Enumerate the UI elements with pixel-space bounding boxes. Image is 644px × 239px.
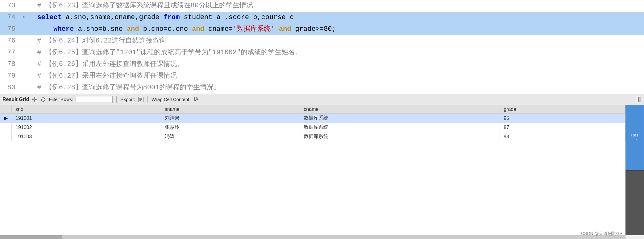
- cell-cname: 数据库系统: [300, 114, 500, 123]
- cell-cname: 数据库系统: [300, 123, 500, 132]
- line-bullet: •: [22, 12, 28, 23]
- code-line-73: 73 # 【例6.23】查询选修了数据库系统课程且成绩在80分以上的学生情况。: [0, 0, 644, 12]
- sql-normal: grade>=80;: [291, 25, 336, 33]
- line-content: select a.sno,sname,cname,grade from stud…: [28, 12, 644, 23]
- sql-keyword: from: [164, 14, 180, 21]
- scrollbar-thumb[interactable]: [0, 235, 62, 239]
- result-toolbar: Result Grid Filter Rows: Export:: [0, 94, 644, 105]
- table-row[interactable]: ▶191001刘清泉数据库系统95: [0, 114, 625, 123]
- code-line-74: 74• select a.sno,sname,cname,grade from …: [0, 12, 644, 23]
- result-grid-label: Result Grid: [2, 97, 29, 102]
- comment-text: # 【例6.24】对例6.22进行自然连接查询。: [29, 37, 173, 45]
- code-line-78: 78 # 【例6.26】采用左外连接查询教师任课情况。: [0, 59, 644, 70]
- line-content: # 【例6.26】采用左外连接查询教师任课情况。: [28, 59, 644, 70]
- comment-text: # 【例6.23】查询选修了数据库系统课程且成绩在80分以上的学生情况。: [29, 2, 260, 10]
- svg-rect-1: [35, 97, 37, 99]
- sql-normal: [29, 25, 53, 33]
- line-content: # 【例6.28】查询选修了课程号为8001的课程的学生情况。: [28, 82, 644, 94]
- sql-keyword: where: [53, 25, 74, 33]
- code-line-79: 79 # 【例6.27】采用右外连接查询教师任课情况。: [0, 70, 644, 82]
- line-content: # 【例6.23】查询选修了数据库系统课程且成绩在80分以上的学生情况。: [28, 0, 644, 12]
- sql-and-keyword: and: [279, 25, 291, 33]
- line-number: 77: [0, 47, 22, 59]
- svg-rect-2: [32, 100, 34, 102]
- sql-normal: [275, 25, 279, 33]
- line-content: # 【例6.24】对例6.22进行自然连接查询。: [28, 35, 644, 47]
- toolbar-separator-2: [147, 96, 148, 103]
- cell-sname: 冯涛: [161, 132, 300, 141]
- cell-sno: 191002: [12, 123, 161, 132]
- export-icon[interactable]: [138, 96, 144, 103]
- cell-grade: 93: [500, 132, 625, 141]
- export-label: Export:: [120, 97, 135, 102]
- line-number: 75: [0, 23, 22, 35]
- cell-sname: 张慧玲: [161, 123, 300, 132]
- cell-sname: 刘清泉: [161, 114, 300, 123]
- column-header-sno: sno: [12, 105, 161, 114]
- column-header-grade: grade: [500, 105, 625, 114]
- cell-cname: 数据库系统: [300, 132, 500, 141]
- line-content: where a.sno=b.sno and b.cno=c.cno and cn…: [28, 23, 644, 35]
- result-area: Result Grid Filter Rows: Export:: [0, 94, 644, 239]
- table-row[interactable]: 191002张慧玲数据库系统87: [0, 123, 625, 132]
- sql-keyword: select: [29, 14, 62, 21]
- csdn-watermark: CSDN @天道酬勤GP: [581, 231, 622, 237]
- cell-sno: 191003: [12, 132, 161, 141]
- code-line-75: 75 where a.sno=b.sno and b.cno=c.cno and…: [0, 23, 644, 35]
- cell-grade: 95: [500, 114, 625, 123]
- line-number: 80: [0, 82, 22, 94]
- code-line-76: 76 # 【例6.24】对例6.22进行自然连接查询。: [0, 35, 644, 47]
- sql-string: '数据库系统': [233, 25, 275, 33]
- filter-input[interactable]: [76, 96, 113, 103]
- cell-grade: 87: [500, 123, 625, 132]
- sql-normal: a.sno,sname,cname,grade: [62, 14, 164, 21]
- comment-text: # 【例6.25】查询选修了"1201"课程的成绩高于学号为"191002"的成…: [29, 49, 302, 56]
- cell-sno: 191001: [12, 114, 161, 123]
- table-row[interactable]: 191003冯涛数据库系统93: [0, 132, 625, 141]
- comment-text: # 【例6.27】采用右外连接查询教师任课情况。: [29, 72, 184, 80]
- comment-text: # 【例6.28】查询选修了课程号为8001的课程的学生情况。: [29, 84, 220, 91]
- result-table: snosnamecnamegrade ▶191001刘清泉数据库系统951910…: [0, 105, 625, 141]
- sql-and-keyword: and: [192, 25, 204, 33]
- row-arrow: [0, 132, 12, 141]
- wrap-icon[interactable]: IA: [193, 96, 199, 103]
- sql-normal: cname=: [204, 25, 233, 33]
- sql-normal: a.sno=b.sno: [74, 25, 127, 33]
- column-header-cname: cname: [300, 105, 500, 114]
- code-line-77: 77 # 【例6.25】查询选修了"1201"课程的成绩高于学号为"191002…: [0, 47, 644, 59]
- data-table-container: snosnamecnamegrade ▶191001刘清泉数据库系统951910…: [0, 105, 625, 235]
- svg-rect-3: [35, 100, 37, 102]
- code-line-80: 80 # 【例6.28】查询选修了课程号为8001的课程的学生情况。: [0, 82, 644, 94]
- sql-and-keyword: and: [127, 25, 139, 33]
- line-number: 76: [0, 35, 22, 47]
- row-arrow: ▶: [0, 114, 12, 123]
- row-arrow: [0, 123, 12, 132]
- comment-text: # 【例6.26】采用左外连接查询教师任课情况。: [29, 60, 184, 68]
- sql-normal: b.cno=c.cno: [139, 25, 192, 33]
- line-content: # 【例6.25】查询选修了"1201"课程的成绩高于学号为"191002"的成…: [28, 47, 644, 59]
- right-panel-buttons: ResGr: [625, 105, 644, 235]
- line-number: 78: [0, 59, 22, 70]
- line-number: 73: [0, 0, 22, 12]
- code-editor: 73 # 【例6.23】查询选修了数据库系统课程且成绩在80分以上的学生情况。7…: [0, 0, 644, 94]
- arrow-column-header: [0, 105, 12, 114]
- extra-button[interactable]: [625, 170, 644, 236]
- svg-rect-0: [32, 97, 34, 99]
- filter-rows-label: Filter Rows:: [49, 97, 73, 102]
- column-header-sname: sname: [161, 105, 300, 114]
- line-content: # 【例6.27】采用右外连接查询教师任课情况。: [28, 70, 644, 82]
- wrap-cell-label: Wrap Cell Content:: [152, 97, 190, 102]
- sql-normal: student a ,score b,course c: [180, 14, 294, 21]
- line-number: 74: [0, 12, 22, 23]
- panel-toggle-icon[interactable]: [635, 96, 642, 103]
- line-number: 79: [0, 70, 22, 82]
- horizontal-scrollbar[interactable]: [0, 235, 625, 239]
- result-grid-button[interactable]: ResGr: [625, 105, 644, 170]
- grid-icon[interactable]: [31, 96, 38, 103]
- svg-rect-8: [636, 97, 638, 102]
- refresh-icon[interactable]: [40, 96, 46, 103]
- svg-rect-9: [639, 97, 641, 102]
- toolbar-separator-1: [116, 96, 117, 103]
